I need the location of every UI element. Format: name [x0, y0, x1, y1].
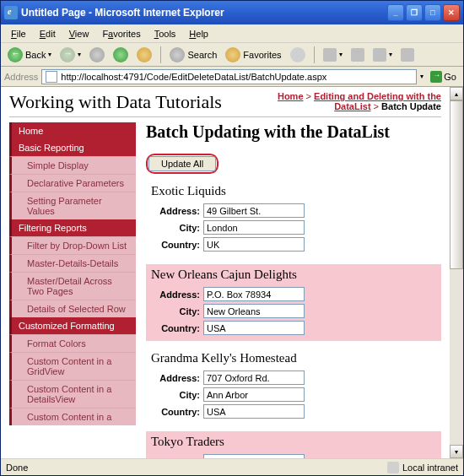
back-button[interactable]: Back ▾ — [4, 46, 55, 64]
search-icon — [170, 47, 185, 62]
mail-button[interactable]: ▾ — [320, 46, 346, 63]
sidebar-item-custom-content-in-a[interactable]: Custom Content in a — [9, 408, 136, 425]
record-title: Exotic Liquids — [151, 184, 436, 198]
restore-button[interactable]: ❐ — [406, 4, 423, 21]
country-input[interactable] — [203, 321, 305, 335]
addressbar: Address http://localhost:4791/Code/EditD… — [1, 67, 463, 87]
record-title: Grandma Kelly's Homestead — [151, 351, 436, 365]
record-title: Tokyo Traders — [151, 435, 436, 449]
favorites-button[interactable]: Favorites — [222, 46, 284, 64]
print-button[interactable] — [348, 46, 368, 63]
address-label: Address — [4, 72, 38, 82]
sidebar-item-custom-content-in-a-detailsview[interactable]: Custom Content in a DetailsView — [9, 380, 136, 408]
scroll-down-button[interactable]: ▾ — [450, 445, 463, 458]
breadcrumb-home[interactable]: Home — [278, 91, 304, 101]
menu-tools[interactable]: Tools — [148, 27, 183, 41]
discuss-icon — [401, 48, 414, 62]
scroll-track[interactable] — [450, 100, 463, 445]
record: Exotic LiquidsAddress:City:Country: — [146, 181, 441, 257]
scroll-up-button[interactable]: ▴ — [450, 87, 463, 100]
sidebar-header-home[interactable]: Home — [9, 122, 136, 139]
back-icon — [8, 47, 23, 62]
menubar: File Edit View Favorites Tools Help — [1, 24, 463, 43]
country-input[interactable] — [203, 404, 305, 419]
address-input[interactable]: http://localhost:4791/Code/EditDeleteDat… — [41, 69, 417, 84]
search-button[interactable]: Search — [166, 46, 220, 64]
minimize-button[interactable]: _ — [387, 4, 404, 21]
edit-button[interactable]: ▾ — [370, 46, 396, 63]
breadcrumb: Home > Editing and Deleting with the Dat… — [272, 91, 441, 111]
separator — [314, 46, 315, 63]
discuss-button[interactable] — [397, 46, 418, 63]
address-input[interactable] — [203, 454, 305, 458]
zone-text: Local intranet — [402, 462, 458, 473]
history-button[interactable] — [287, 46, 309, 64]
city-input[interactable] — [203, 387, 305, 402]
status-text: Done — [6, 462, 28, 473]
update-all-highlight: Update All — [146, 154, 219, 174]
home-button[interactable] — [133, 46, 155, 64]
address-dropdown[interactable]: ▾ — [420, 73, 424, 80]
sidebar-header-filtering-reports[interactable]: Filtering Reports — [9, 219, 136, 236]
sidebar-item-setting-parameter-values[interactable]: Setting Parameter Values — [9, 192, 136, 219]
history-icon — [290, 47, 305, 62]
star-icon — [225, 47, 240, 62]
breadcrumb-current: Batch Update — [381, 101, 441, 111]
menu-edit[interactable]: Edit — [33, 27, 62, 41]
address-input[interactable] — [203, 371, 305, 385]
mail-icon — [323, 48, 337, 62]
sidebar-item-filter-by-drop-down-list[interactable]: Filter by Drop-Down List — [9, 236, 136, 254]
address-label: Address: — [151, 373, 203, 383]
sidebar-item-details-of-selected-row[interactable]: Details of Selected Row — [9, 300, 136, 317]
city-input[interactable] — [203, 304, 305, 318]
edit-icon — [373, 48, 386, 62]
menu-help[interactable]: Help — [182, 27, 215, 41]
page-title: Working with Data Tutorials — [9, 91, 222, 113]
menu-favorites[interactable]: Favorites — [95, 27, 147, 41]
scroll-thumb[interactable] — [450, 100, 463, 269]
sidebar: HomeBasic ReportingSimple DisplayDeclara… — [9, 122, 136, 458]
refresh-button[interactable] — [110, 46, 132, 64]
separator — [160, 46, 161, 63]
sidebar-item-simple-display[interactable]: Simple Display — [9, 156, 136, 174]
sidebar-header-basic-reporting[interactable]: Basic Reporting — [9, 139, 136, 156]
forward-button[interactable]: ▾ — [57, 46, 84, 64]
refresh-icon — [113, 47, 128, 62]
ie-icon — [4, 6, 18, 19]
forward-icon — [60, 47, 75, 62]
sidebar-item-custom-content-in-a-gridview[interactable]: Custom Content in a GridView — [9, 352, 136, 380]
address-label: Address: — [151, 206, 203, 216]
country-label: Country: — [151, 323, 203, 333]
sidebar-item-master-detail-across-two-pages[interactable]: Master/Detail Across Two Pages — [9, 272, 136, 300]
sidebar-item-format-colors[interactable]: Format Colors — [9, 334, 136, 352]
country-label: Country: — [151, 407, 203, 417]
sidebar-item-declarative-parameters[interactable]: Declarative Parameters — [9, 174, 136, 192]
page-icon — [46, 71, 57, 83]
city-label: City: — [151, 223, 203, 233]
maximize-button[interactable]: □ — [424, 4, 441, 21]
chevron-down-icon: ▾ — [78, 51, 81, 58]
record-title: New Orleans Cajun Delights — [151, 268, 436, 282]
statusbar: Done Local intranet — [1, 458, 463, 475]
toolbar: Back ▾ ▾ Search Favorites ▾ ▾ — [1, 43, 463, 67]
menu-view[interactable]: View — [62, 27, 96, 41]
go-icon — [430, 71, 442, 83]
sidebar-item-master-details-details[interactable]: Master-Details-Details — [9, 254, 136, 272]
record: New Orleans Cajun DelightsAddress:City:C… — [146, 264, 441, 341]
address-input[interactable] — [203, 203, 305, 218]
go-button[interactable]: Go — [427, 69, 460, 84]
stop-icon — [89, 47, 105, 62]
close-button[interactable]: ✕ — [443, 4, 460, 21]
sidebar-header-customized-formatting[interactable]: Customized Formatting — [9, 317, 136, 334]
home-icon — [137, 47, 152, 62]
update-all-button[interactable]: Update All — [148, 156, 216, 171]
stop-button[interactable] — [86, 46, 108, 64]
city-input[interactable] — [203, 220, 305, 235]
vertical-scrollbar: ▴ ▾ — [450, 87, 463, 458]
main-heading: Batch Updating with the DataList — [146, 122, 441, 142]
address-input[interactable] — [203, 287, 305, 301]
menu-file[interactable]: File — [4, 27, 33, 41]
country-input[interactable] — [203, 237, 305, 252]
zone-icon — [387, 462, 399, 473]
address-label: Address: — [151, 457, 203, 459]
